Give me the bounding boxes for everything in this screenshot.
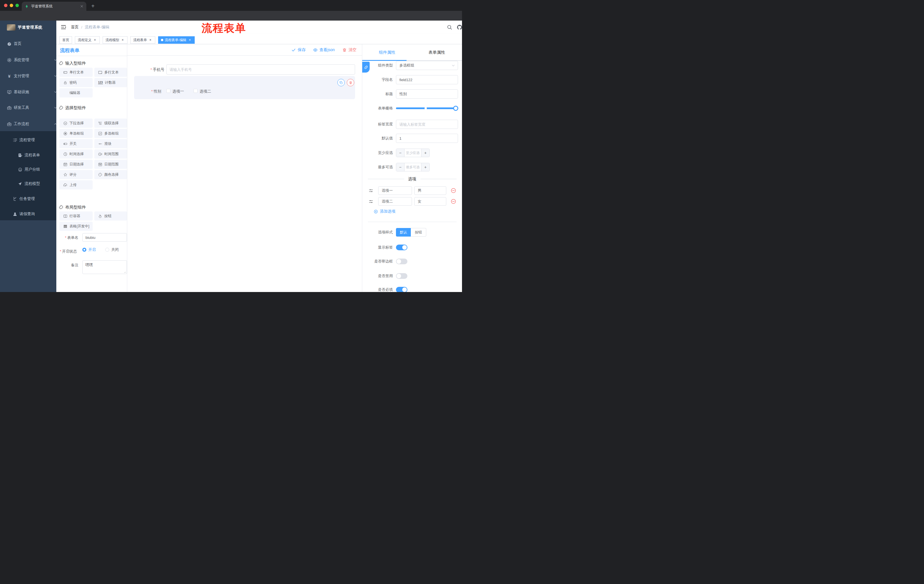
tab-component-props[interactable]: 组件属性 [362,44,412,60]
phone-input[interactable] [167,64,355,74]
add-option-button[interactable]: 添加选项 [374,209,395,214]
label-width-input[interactable] [396,120,458,129]
browser-tab[interactable]: 芋道管理系统 [22,2,86,11]
required-toggle[interactable] [396,287,408,292]
tags-view-bar: 首页 流程定义× 流程模型× 流程表单× 流程表单-编辑× [56,34,462,44]
component-time-range[interactable]: 时间范围 [94,150,127,159]
component-rate[interactable]: 评分 [59,170,92,179]
component-table[interactable]: 表格[开发中] [59,222,92,231]
grid-slider[interactable] [396,106,458,111]
remove-option-icon[interactable] [450,199,456,204]
tab-form-props[interactable]: 表单属性 [412,44,462,60]
tag-process-form-edit[interactable]: 流程表单-编辑× [158,36,195,44]
github-icon[interactable] [457,24,462,30]
close-icon[interactable]: × [93,38,97,42]
increase-button[interactable]: + [421,149,429,157]
drag-handle-icon[interactable] [368,199,373,204]
component-date-range[interactable]: 日期范围 [94,160,127,169]
tag-process-model[interactable]: 流程模型× [102,36,127,44]
tag-process-definition[interactable]: 流程定义× [75,36,100,44]
form-remark-textarea[interactable] [82,260,127,274]
min-select-input[interactable] [404,149,421,157]
drag-handle-icon[interactable] [368,188,373,193]
form-remark-label: 备注 [71,263,78,268]
checkbox-option2[interactable] [193,89,198,93]
component-counter[interactable]: 123计数器 [94,78,127,87]
option2-label-input[interactable] [378,197,412,206]
option1-label-input[interactable] [378,186,412,195]
style-button-button[interactable]: 按钮 [411,228,426,237]
increase-button[interactable]: + [421,163,429,171]
component-switch[interactable]: 开关 [59,139,92,148]
component-color-picker[interactable]: 颜色选择 [94,170,127,179]
component-text-field[interactable]: 单行文本 [59,68,92,77]
component-textarea[interactable]: 多行文本 [94,68,127,77]
breadcrumb-home[interactable]: 首页 [71,25,79,30]
tab-close-icon[interactable] [80,5,84,8]
title-input[interactable] [396,89,458,99]
sidebar-item-devtools[interactable]: 研发工具 [0,100,63,115]
decrease-button[interactable]: − [396,149,404,157]
status-radio-on[interactable]: 开启 [82,247,96,252]
remove-option-icon[interactable] [450,188,456,193]
disabled-toggle[interactable] [396,273,408,279]
status-radio-off[interactable]: 关闭 [105,247,119,252]
search-icon[interactable] [447,25,452,30]
sidebar-item-infrastructure[interactable]: 基础设施 [0,85,63,99]
close-icon[interactable]: × [188,38,192,42]
component-password[interactable]: 密码 [59,78,92,87]
component-date-picker[interactable]: 日期选择 [59,160,92,169]
form-name-input[interactable] [82,233,127,242]
resize-handle-icon[interactable] [123,270,126,273]
selected-field-block[interactable]: *性别 选项一 选项二 [134,76,355,99]
window-minimize-button[interactable] [10,4,13,7]
component-cascader[interactable]: 级联选择 [94,118,127,128]
radio-unselected-icon[interactable] [105,248,109,252]
component-editor[interactable]: 编辑器 [59,88,92,97]
tag-process-form[interactable]: 流程表单× [130,36,155,44]
delete-field-button[interactable] [347,79,354,86]
section-input-components: 输入型组件 [59,61,86,66]
field-name-row: 字段名 [362,75,462,84]
sidebar-item-home[interactable]: 首页 [0,36,63,51]
slider-handle[interactable] [453,106,458,111]
breadcrumb: 首页 / 流程表单-编辑 [71,21,109,34]
default-value-input[interactable] [396,134,458,143]
component-time-picker[interactable]: 时间选择 [59,150,92,159]
component-radio-group[interactable]: 单选框组 [59,129,92,138]
new-tab-button[interactable]: + [89,2,97,10]
style-default-button[interactable]: 默认 [396,228,411,237]
component-upload[interactable]: 上传 [59,180,92,189]
option-row-2 [362,197,462,206]
max-select-input[interactable] [404,163,421,171]
sidebar-logo[interactable]: 芋道管理系统 [0,21,56,34]
option1-value-input[interactable] [414,186,446,195]
option2-value-input[interactable] [414,197,446,206]
clear-button[interactable]: 清空 [342,48,356,53]
show-label-toggle[interactable] [396,245,408,250]
sidebar-item-payment[interactable]: ¥支付管理 [0,69,63,83]
save-button[interactable]: 保存 [291,48,305,53]
component-checkbox-group[interactable]: 多选框组 [94,129,127,138]
component-button[interactable]: 按钮 [94,211,127,220]
close-icon[interactable]: × [120,38,125,42]
window-zoom-button[interactable] [15,4,19,7]
decrease-button[interactable]: − [396,163,404,171]
tag-home[interactable]: 首页 [59,36,72,44]
sidebar-collapse-icon[interactable] [61,24,66,30]
copy-field-button[interactable] [337,79,345,86]
field-name-input[interactable] [396,75,458,84]
sidebar-item-system[interactable]: 系统管理 [0,53,63,67]
component-row-container[interactable]: 行容器 [59,211,92,220]
view-json-button[interactable]: 查看json [313,48,335,53]
radio-selected-icon[interactable] [82,248,86,252]
checkbox-option1[interactable] [167,89,170,93]
component-type-select[interactable]: 多选框组 [396,61,458,70]
component-select[interactable]: 下拉选择 [59,118,92,128]
sidebar-item-workflow[interactable]: 工作流程 [0,117,63,131]
slider-track[interactable] [396,107,458,109]
window-close-button[interactable] [4,4,7,7]
component-slider[interactable]: 滑块 [94,139,127,148]
border-toggle[interactable] [396,258,408,264]
close-icon[interactable]: × [148,38,152,42]
